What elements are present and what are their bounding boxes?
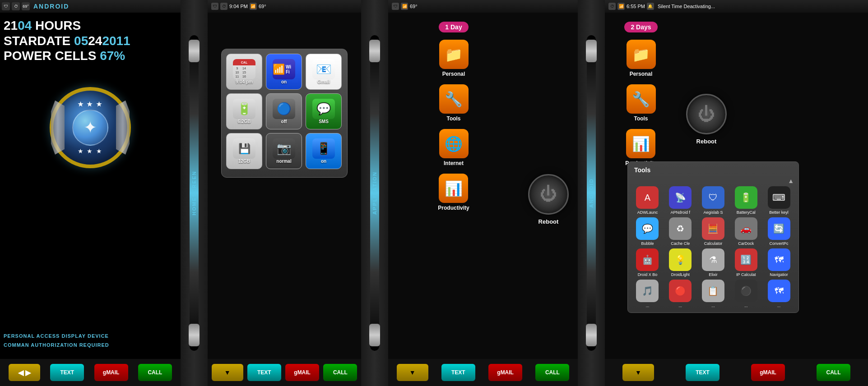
tool-misc3[interactable]: 📋 ... bbox=[698, 280, 729, 308]
reboot-button-p3[interactable]: ⏻ bbox=[528, 174, 569, 215]
tool-betterkey[interactable]: ⌨ Better keyl bbox=[764, 186, 794, 215]
bottom-nav-p4: ▼ TEXT gMAIL CALL bbox=[605, 359, 868, 386]
app-internet-p3[interactable]: 🌐 Internet bbox=[439, 129, 469, 166]
bottom-nav-p3: ▼ TEXT gMAIL CALL bbox=[388, 359, 578, 386]
tool-bubble[interactable]: 💬 Bubble bbox=[632, 217, 663, 246]
droidlight-icon: 💡 bbox=[669, 248, 692, 271]
tool-apndroid[interactable]: 📡 APNdroid f bbox=[665, 186, 696, 215]
tool-misc1[interactable]: 🎵 ... bbox=[632, 280, 663, 308]
tool-droidlight[interactable]: 💡 DroidLight bbox=[665, 248, 696, 277]
app-cell-sms[interactable]: 💬 SMS bbox=[306, 93, 342, 129]
nav-gmail-btn-p3[interactable]: gMAIL bbox=[488, 364, 522, 381]
time-p4: 6:55 PM bbox=[627, 4, 645, 9]
gmail-icon: 📧 bbox=[312, 59, 335, 79]
nav-gmail-btn-p2[interactable]: gMAIL bbox=[285, 364, 319, 381]
droidxbo-icon: 🤖 bbox=[636, 248, 659, 271]
adwlaunc-label: ADWLaunc bbox=[636, 210, 659, 215]
temp-p3: 69° bbox=[410, 4, 418, 9]
top-bar-p2: 🛡 ⏱ 9:04 PM 📶 69° bbox=[208, 0, 361, 13]
gmail-btn-label: gMAIL bbox=[103, 369, 120, 376]
tool-cardock[interactable]: 🚗 CarDock bbox=[731, 217, 761, 246]
personal-label-p4: Personal bbox=[630, 71, 653, 77]
tool-droidxbo[interactable]: 🤖 Droid X Bo bbox=[632, 248, 663, 277]
nav-gmail-btn-p4[interactable]: gMAIL bbox=[751, 364, 785, 381]
misc2-label: ... bbox=[669, 303, 692, 308]
app-cell-camera[interactable]: 📷 normal bbox=[266, 133, 302, 169]
app-cell-phone[interactable]: 📱 on bbox=[306, 133, 342, 169]
tool-adwlaunc[interactable]: A ADWLaunc bbox=[632, 186, 663, 215]
misc5-icon: 🗺 bbox=[768, 280, 790, 302]
grid-row-1: CAL 914 1015 1116 9:04 pm 📶Wi Fi on bbox=[226, 54, 343, 90]
laurel-right bbox=[116, 101, 130, 155]
sms-icon: 💬 bbox=[312, 99, 335, 119]
divider-application: APPLICATION bbox=[361, 0, 388, 386]
divider-homescreen: HOMESCREEN bbox=[181, 0, 208, 386]
app-cell-gmail[interactable]: 📧 Gmail bbox=[306, 54, 342, 90]
panel-application: 🛡 📶 69° 1 Day 📁 Personal 🔧 Tools bbox=[388, 0, 578, 386]
tool-misc2[interactable]: 🔴 ... bbox=[665, 280, 696, 308]
tool-convertpc[interactable]: 🔄 ConvertPc bbox=[764, 217, 794, 246]
text-btn-label: TEXT bbox=[60, 369, 74, 376]
reboot-button-p4[interactable]: ⏻ bbox=[686, 94, 727, 134]
divider-knob-bottom-1 bbox=[189, 324, 200, 346]
nav-call-btn-p2[interactable]: CALL bbox=[323, 364, 357, 381]
hours-line: 2104 HOURS bbox=[4, 18, 177, 33]
app-productivity-p3[interactable]: 📊 Productivity bbox=[438, 174, 469, 211]
call-btn-label: CALL bbox=[148, 369, 162, 376]
tools-icon-p4: 🔧 bbox=[627, 84, 656, 114]
elixir-label: Elixir bbox=[702, 272, 724, 277]
tool-ipcalcul[interactable]: 🔢 IP Calculat bbox=[731, 248, 761, 277]
calculator-label: Calculator bbox=[702, 241, 724, 246]
tool-elixir[interactable]: ⚗ Elixir bbox=[698, 248, 729, 277]
call-label-p3: CALL bbox=[545, 369, 560, 376]
app-cell-wifi[interactable]: 📶Wi Fi on bbox=[266, 54, 302, 90]
nav-call-btn-p1[interactable]: CALL bbox=[138, 364, 172, 381]
call-label-p2: CALL bbox=[333, 369, 348, 376]
tool-misc5[interactable]: 🗺 ... bbox=[764, 280, 794, 308]
ipcalcul-label: IP Calculat bbox=[735, 272, 757, 277]
tool-misc4[interactable]: ⚫ ... bbox=[731, 280, 761, 308]
nav-arrow-btn-p4[interactable]: ▼ bbox=[622, 364, 654, 381]
app-tools-p4[interactable]: 🔧 Tools bbox=[627, 84, 656, 122]
misc3-icon: 📋 bbox=[702, 280, 724, 302]
tools-label-p4: Tools bbox=[634, 115, 648, 122]
badge-2days[interactable]: 2 Days bbox=[624, 22, 657, 32]
badge-1day[interactable]: 1 Day bbox=[439, 22, 468, 32]
cell-label-phone: on bbox=[321, 159, 326, 164]
nav-call-btn-p4[interactable]: CALL bbox=[817, 364, 850, 381]
nav-arrow-btn-p2[interactable]: ▼ bbox=[212, 364, 243, 381]
betterkey-icon: ⌨ bbox=[768, 186, 790, 209]
hour-prefix: 21 bbox=[4, 18, 18, 32]
tool-cachecle[interactable]: ♻ Cache Cle bbox=[665, 217, 696, 246]
tools-grid: A ADWLaunc 📡 APNdroid f 🛡 Aegislab S 🔋 B… bbox=[632, 186, 794, 308]
panel-tools: ⏱ 📶 6:55 PM 🔔 Silent Time Deactivating..… bbox=[605, 0, 868, 386]
reboot-section-p3: ⏻ Reboot bbox=[519, 13, 578, 386]
app-personal-p4[interactable]: 📁 Personal bbox=[627, 40, 656, 77]
app-cell-battery[interactable]: 🔋 6.2GB bbox=[226, 93, 262, 129]
app-cell-bluetooth[interactable]: 🔵 off bbox=[266, 93, 302, 129]
bubble-label: Bubble bbox=[636, 241, 659, 246]
nav-text-btn-p4[interactable]: TEXT bbox=[686, 364, 719, 381]
nav-text-btn-p1[interactable]: TEXT bbox=[50, 364, 84, 381]
internet-icon-p3: 🌐 bbox=[439, 129, 469, 158]
batterycal-icon: 🔋 bbox=[735, 186, 757, 209]
tool-calculator[interactable]: 🧮 Calculator bbox=[698, 217, 729, 246]
panel-startrek: 🛡 ⏱ 69° ANDROID 2104 HOURS STARDATE 0524… bbox=[0, 0, 181, 386]
nav-arrow-btn-p3[interactable]: ▼ bbox=[397, 364, 428, 381]
apndroid-label: APNdroid f bbox=[669, 210, 692, 215]
scroll-up-icon[interactable]: ▲ bbox=[788, 177, 794, 184]
nav-text-btn-p3[interactable]: TEXT bbox=[441, 364, 475, 381]
app-personal-p3[interactable]: 📁 Personal bbox=[439, 40, 469, 77]
app-cell-calendar[interactable]: CAL 914 1015 1116 9:04 pm bbox=[226, 54, 262, 90]
nav-arrow-btn-p1[interactable]: ◀ ▶ bbox=[9, 364, 40, 381]
app-tools-p3[interactable]: 🔧 Tools bbox=[439, 84, 469, 122]
tool-aegislab[interactable]: 🛡 Aegislab S bbox=[698, 186, 729, 215]
nav-call-btn-p3[interactable]: CALL bbox=[535, 364, 569, 381]
app-cell-sdcard[interactable]: 💾 12GB bbox=[226, 133, 262, 169]
tool-batterycal[interactable]: 🔋 BatteryCal bbox=[731, 186, 761, 215]
stardate-a1: 05 bbox=[74, 34, 88, 48]
app-productivity-p4[interactable]: 📊 Productivity bbox=[625, 129, 656, 166]
nav-gmail-btn-p1[interactable]: gMAIL bbox=[94, 364, 128, 381]
nav-text-btn-p2[interactable]: TEXT bbox=[247, 364, 281, 381]
tool-navigation[interactable]: 🗺 Navigatior bbox=[764, 248, 794, 277]
